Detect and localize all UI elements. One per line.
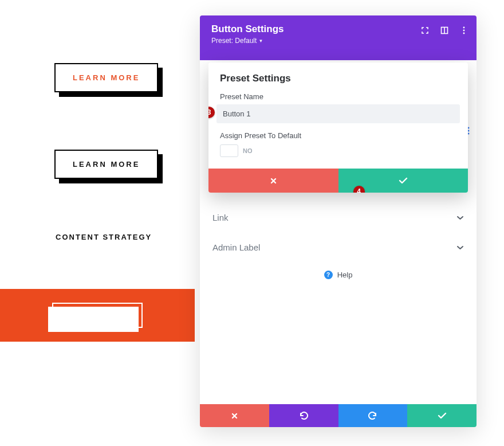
assign-default-label: Assign Preset To Default <box>208 131 468 144</box>
panel-save-button[interactable] <box>407 404 477 427</box>
settings-panel: Button Settings Preset: Default ▼ er Pre… <box>200 15 477 427</box>
expand-icon[interactable] <box>420 26 430 35</box>
panel-bottom-bar <box>200 404 477 427</box>
learn-more-button-3[interactable]: LEARN MORE <box>52 303 143 328</box>
check-icon <box>399 177 408 184</box>
step-callout-4: 4 <box>353 186 365 193</box>
preset-settings-heading: Preset Settings <box>208 62 468 92</box>
check-icon <box>438 412 447 419</box>
panel-undo-button[interactable] <box>269 404 338 427</box>
orange-section: LEARN MORE <box>0 289 195 342</box>
help-link[interactable]: ? Help <box>200 271 477 279</box>
link-section-label: Link <box>212 213 229 222</box>
chevron-down-icon <box>456 245 464 250</box>
preset-cancel-button[interactable] <box>208 169 338 193</box>
assign-default-toggle[interactable] <box>220 144 238 157</box>
preset-confirm-button[interactable]: 4 <box>338 169 468 193</box>
preset-dropdown[interactable]: Preset: Default ▼ <box>211 37 465 45</box>
undo-icon <box>299 412 308 420</box>
svg-point-2 <box>463 27 465 29</box>
chevron-down-icon <box>456 216 464 220</box>
learn-more-button-2[interactable]: LEARN MORE <box>54 150 158 179</box>
preset-name-input[interactable] <box>216 104 460 123</box>
svg-point-4 <box>463 33 465 34</box>
panel-redo-button[interactable] <box>338 404 408 427</box>
preset-dropdown-label: Preset: Default <box>211 37 257 45</box>
redo-icon <box>368 412 377 420</box>
svg-point-3 <box>463 30 465 32</box>
panel-layout-icon[interactable] <box>440 26 449 35</box>
panel-header: Button Settings Preset: Default ▼ <box>200 15 477 52</box>
learn-more-button-1[interactable]: LEARN MORE <box>54 63 158 92</box>
toggle-value: NO <box>243 147 253 154</box>
preset-name-label: Preset Name <box>208 92 468 104</box>
panel-cancel-button[interactable] <box>200 404 269 427</box>
link-section-toggle[interactable]: Link <box>200 204 477 232</box>
more-icon[interactable] <box>459 26 468 35</box>
step-callout-3: 3 <box>208 107 215 118</box>
admin-label-section-toggle[interactable]: Admin Label <box>200 233 477 261</box>
help-icon: ? <box>324 271 333 279</box>
preset-settings-popup: Preset Settings Preset Name 3 Assign Pre… <box>208 62 468 193</box>
chevron-down-icon: ▼ <box>257 38 263 44</box>
close-icon <box>231 412 238 420</box>
close-icon <box>270 177 277 185</box>
content-strategy-label: CONTENT STRATEGY <box>56 233 195 241</box>
admin-label-section-label: Admin Label <box>212 242 260 252</box>
help-label: Help <box>337 271 353 279</box>
